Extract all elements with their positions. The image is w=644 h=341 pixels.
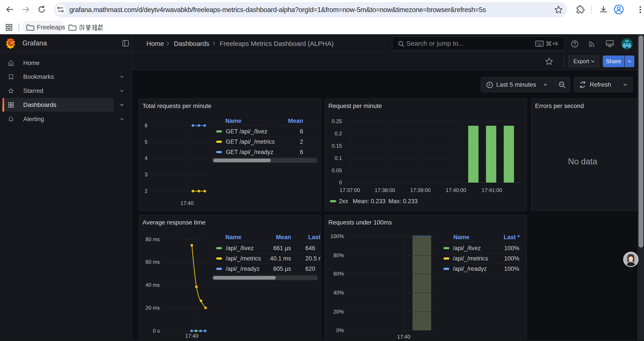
svg-text:17:40: 17:40 — [180, 200, 194, 206]
svg-text:2xx: 2xx — [339, 198, 348, 204]
svg-text:/api/_/livez: /api/_/livez — [226, 245, 254, 251]
svg-text:100%: 100% — [504, 265, 519, 272]
svg-text:2: 2 — [300, 138, 303, 145]
svg-text:4: 4 — [145, 155, 148, 161]
svg-text:Mean: 0.233: Mean: 0.233 — [353, 198, 386, 204]
svg-text:0: 0 — [339, 179, 342, 185]
svg-text:GET /api/_/readyz: GET /api/_/readyz — [226, 149, 273, 155]
svg-text:100%: 100% — [504, 245, 519, 251]
svg-text:Last *: Last * — [504, 234, 520, 240]
svg-text:17:37:00: 17:37:00 — [340, 187, 360, 193]
svg-text:0.2: 0.2 — [335, 131, 342, 137]
svg-text:Mean: Mean — [276, 234, 291, 240]
svg-text:Max: 0.233: Max: 0.233 — [388, 198, 418, 204]
svg-text:17:39:00: 17:39:00 — [410, 187, 430, 193]
svg-text:80 ms: 80 ms — [146, 236, 160, 242]
svg-text:17:41:00: 17:41:00 — [482, 187, 502, 193]
svg-text:100%: 100% — [504, 255, 519, 262]
svg-text:0.25: 0.25 — [332, 118, 342, 124]
svg-text:Name: Name — [225, 118, 242, 124]
svg-text:0.15: 0.15 — [332, 143, 342, 149]
svg-text:40%: 40% — [334, 290, 344, 295]
svg-text:6: 6 — [300, 149, 303, 155]
svg-text:60%: 60% — [334, 271, 344, 277]
svg-text:3: 3 — [145, 172, 148, 178]
svg-text:620: 620 — [305, 265, 315, 272]
svg-text:6: 6 — [145, 122, 148, 128]
svg-text:20%: 20% — [334, 309, 344, 315]
svg-text:No data: No data — [568, 157, 597, 166]
svg-text:/api/_/readyz: /api/_/readyz — [453, 265, 487, 272]
svg-text:6: 6 — [300, 128, 303, 135]
svg-text:60 ms: 60 ms — [146, 259, 160, 265]
svg-text:2: 2 — [145, 188, 148, 194]
svg-text:661 µs: 661 µs — [273, 245, 291, 251]
svg-text:17:38:00: 17:38:00 — [374, 187, 395, 193]
svg-text:Requests under 100ms: Requests under 100ms — [328, 219, 392, 226]
svg-text:GET /api/_/metrics: GET /api/_/metrics — [226, 138, 275, 145]
svg-text:0.1: 0.1 — [335, 155, 342, 161]
svg-text:20.5 r: 20.5 r — [305, 255, 320, 262]
svg-text:/api/_/metrics: /api/_/metrics — [226, 255, 261, 262]
svg-text:0.05: 0.05 — [332, 167, 342, 173]
svg-text:20 ms: 20 ms — [146, 305, 160, 311]
svg-text:Name: Name — [225, 234, 242, 240]
svg-text:0%: 0% — [336, 327, 344, 333]
svg-text:0 s: 0 s — [153, 328, 160, 334]
svg-text:Mean: Mean — [288, 118, 303, 124]
svg-text:Request per minute: Request per minute — [328, 103, 382, 109]
svg-text:17:40: 17:40 — [185, 333, 198, 339]
svg-text:/api/_/metrics: /api/_/metrics — [453, 255, 488, 262]
svg-text:/api/_/livez: /api/_/livez — [453, 245, 481, 251]
svg-text:Last: Last — [308, 234, 320, 240]
svg-text:80%: 80% — [334, 252, 344, 258]
svg-text:Total requests per minute: Total requests per minute — [142, 103, 211, 109]
svg-text:Average response time: Average response time — [142, 219, 206, 226]
svg-text:17:40:00: 17:40:00 — [446, 187, 466, 193]
svg-text:646: 646 — [305, 245, 315, 251]
svg-text:40 ms: 40 ms — [146, 282, 160, 288]
svg-text:Name: Name — [453, 234, 470, 240]
svg-text:605 µs: 605 µs — [273, 265, 291, 272]
svg-text:17:40: 17:40 — [397, 334, 410, 340]
svg-text:Errors per second: Errors per second — [535, 103, 584, 109]
svg-text:100%: 100% — [330, 233, 344, 239]
svg-text:/api/_/readyz: /api/_/readyz — [226, 265, 260, 272]
svg-text:5: 5 — [145, 139, 148, 145]
svg-text:40.1 ms: 40.1 ms — [270, 255, 291, 262]
svg-text:GET /api/_/livez: GET /api/_/livez — [226, 128, 268, 135]
